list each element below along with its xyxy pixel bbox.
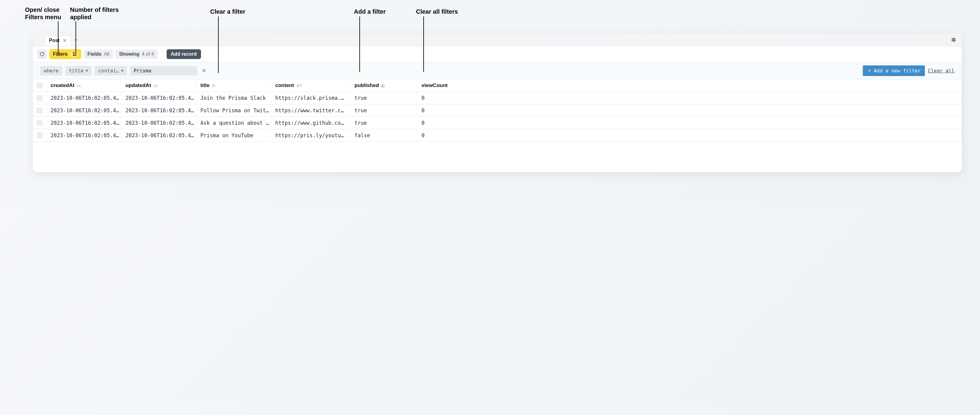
cell[interactable]: 2023-10-06T16:02:05.4… <box>46 129 121 142</box>
add-filter-button[interactable]: ＋ Add a new filter <box>863 65 925 76</box>
row-checkbox[interactable] <box>37 120 42 126</box>
cell[interactable]: 2023-10-06T16:02:05.4… <box>46 92 121 105</box>
cell[interactable]: 2023-10-06T16:02:05.4… <box>121 92 196 105</box>
col-createdAt[interactable]: createdAt ▭ <box>46 79 121 92</box>
annot-line <box>423 16 424 72</box>
cell[interactable]: https://www.twitter.c… <box>271 105 350 117</box>
filters-label: Filters <box>53 51 68 57</box>
col-label: content <box>275 82 294 89</box>
col-label: title <box>200 82 210 89</box>
cell-value: 2023-10-06T16:02:05.4… <box>126 95 194 101</box>
col-label: updatedAt <box>126 82 151 89</box>
cell[interactable]: true <box>350 92 417 105</box>
row-checkbox-cell <box>33 129 46 142</box>
row-checkbox[interactable] <box>37 108 42 113</box>
string-optional-icon: A? <box>296 83 302 88</box>
filter-operator-select[interactable]: contai… ▼ <box>95 66 127 76</box>
cell-value: 2023-10-06T16:02:05.4… <box>126 108 194 114</box>
calendar-icon: ▭ <box>77 83 81 88</box>
clear-filter-button[interactable]: ✕ <box>200 68 208 74</box>
cell-value: 2023-10-06T16:02:05.4… <box>126 120 194 126</box>
cell-value: https://www.twitter.c… <box>275 108 344 114</box>
annot-line <box>58 21 59 56</box>
cell[interactable]: 0 <box>417 129 962 142</box>
cell-value: https://pris.ly/youtu… <box>275 132 344 138</box>
cell[interactable]: true <box>350 105 417 117</box>
annot-line <box>76 21 76 56</box>
cell-value: true <box>355 120 367 126</box>
col-label: viewCount <box>422 82 448 89</box>
fields-label: Fields <box>88 51 102 57</box>
row-checkbox-cell <box>33 92 46 105</box>
col-label: published <box>355 82 379 89</box>
cell[interactable]: Follow Prisma on Twit… <box>196 105 271 117</box>
annot-text: Open/ close Filters menu <box>25 6 61 21</box>
filter-field-select[interactable]: title ▼ <box>65 66 92 76</box>
close-icon[interactable]: ✕ <box>63 38 67 43</box>
cell[interactable]: Ask a question about … <box>196 117 271 129</box>
cell[interactable]: 0 <box>417 117 962 129</box>
cell[interactable]: https://pris.ly/youtu… <box>271 129 350 142</box>
cell[interactable]: 2023-10-06T16:02:05.4… <box>121 105 196 117</box>
cell[interactable]: Prisma on YouTube <box>196 129 271 142</box>
showing-label: Showing <box>119 51 140 57</box>
annot-text: Add a filter <box>354 8 385 15</box>
col-viewCount[interactable]: viewCount <box>417 79 962 92</box>
string-icon: A <box>212 83 215 88</box>
cell-value: 0 <box>422 108 425 114</box>
cell[interactable]: https://www.github.co… <box>271 117 350 129</box>
boolean-icon: ◐ <box>381 83 385 88</box>
row-checkbox[interactable] <box>37 133 42 138</box>
header-checkbox-cell <box>33 79 46 92</box>
calendar-icon: ▭ <box>153 83 158 88</box>
filter-where: where <box>40 66 62 76</box>
cell[interactable]: 0 <box>417 92 962 105</box>
cell[interactable]: https://slack.prisma.… <box>271 92 350 105</box>
cell[interactable]: 2023-10-06T16:02:05.4… <box>46 117 121 129</box>
row-checkbox-cell <box>33 117 46 129</box>
cell[interactable]: 0 <box>417 105 962 117</box>
cell-value: 0 <box>422 120 425 126</box>
gear-icon[interactable]: ✲ <box>951 36 956 43</box>
cell-value: Ask a question about … <box>200 120 269 126</box>
fields-button[interactable]: Fields All <box>84 49 113 59</box>
chevron-down-icon: ▼ <box>86 69 88 73</box>
cell-value: Follow Prisma on Twit… <box>200 108 269 114</box>
cell-value: https://slack.prisma.… <box>275 95 344 101</box>
filters-button[interactable]: Filters 1 <box>49 49 81 59</box>
cell[interactable]: 2023-10-06T16:02:05.4… <box>46 105 121 117</box>
tab-bar: Post ✕ ＋ ✲ <box>33 33 962 46</box>
cell[interactable]: true <box>350 117 417 129</box>
divider <box>162 50 162 59</box>
data-grid: createdAt ▭ updatedAt ▭ title A content … <box>33 79 962 142</box>
where-label: where <box>44 68 59 74</box>
row-checkbox[interactable] <box>37 95 42 101</box>
filter-value-input[interactable] <box>130 66 197 76</box>
add-record-button[interactable]: Add record <box>167 49 201 59</box>
col-content[interactable]: content A? <box>271 79 350 92</box>
refresh-button[interactable] <box>37 49 47 59</box>
row-checkbox-cell <box>33 105 46 117</box>
cell-value: 0 <box>422 95 425 101</box>
showing-button[interactable]: Showing 4 of 4 <box>115 49 158 59</box>
cell-value: Join the Prisma Slack <box>200 95 266 101</box>
cell[interactable]: 2023-10-06T16:02:05.4… <box>121 129 196 142</box>
cell[interactable]: 2023-10-06T16:02:05.4… <box>121 117 196 129</box>
col-label: createdAt <box>51 82 74 89</box>
clear-all-button[interactable]: Clear all <box>928 68 955 74</box>
toolbar: Filters 1 Fields All Showing 4 of 4 Add … <box>33 46 962 62</box>
cell-value: 2023-10-06T16:02:05.4… <box>51 120 119 126</box>
filters-count: 1 <box>70 51 78 57</box>
showing-value: 4 of 4 <box>142 51 154 57</box>
select-all-checkbox[interactable] <box>37 83 42 88</box>
col-title[interactable]: title A <box>196 79 271 92</box>
cell-value: 2023-10-06T16:02:05.4… <box>51 132 119 138</box>
col-published[interactable]: published ◐ <box>350 79 417 92</box>
col-updatedAt[interactable]: updatedAt ▭ <box>121 79 196 92</box>
cell[interactable]: false <box>350 129 417 142</box>
annot-text: Clear a filter <box>210 8 245 15</box>
cell[interactable]: Join the Prisma Slack <box>196 92 271 105</box>
chevron-down-icon: ▼ <box>121 69 123 73</box>
fields-value: All <box>104 51 109 57</box>
plus-icon: ＋ <box>867 68 872 74</box>
